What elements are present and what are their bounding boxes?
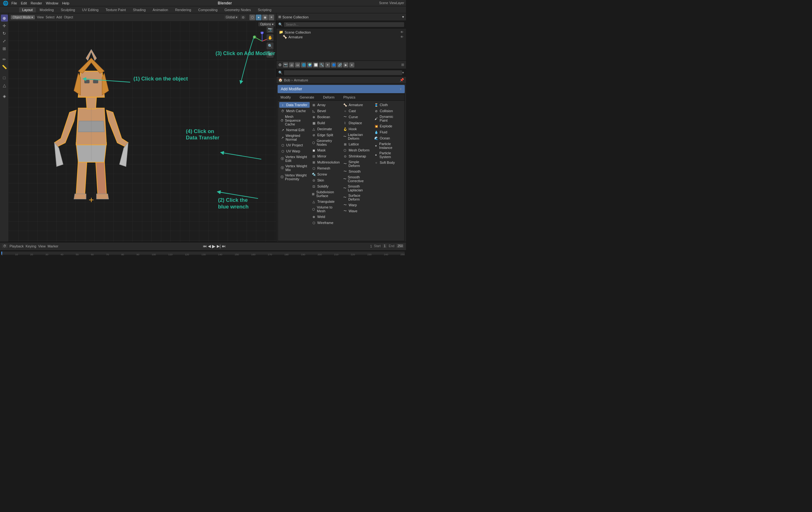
timeline-icon[interactable]: ⏱ xyxy=(2,244,8,248)
active-tool-icon[interactable]: ⚙ xyxy=(278,63,282,67)
modifier-cloth[interactable]: 🧵 Cloth xyxy=(373,102,403,108)
modifier-bevel[interactable]: ◺ Bevel xyxy=(310,108,341,114)
solid-mode[interactable]: ● xyxy=(256,14,261,20)
menu-window[interactable]: Window xyxy=(45,1,60,5)
modifier-shrinkwrap[interactable]: ⊙ Shrinkwrap xyxy=(342,153,372,159)
props-filter-icon[interactable]: ▾ xyxy=(402,71,404,75)
particles-props-icon[interactable]: ✦ xyxy=(325,62,330,67)
view-menu[interactable]: View xyxy=(37,16,44,19)
modifier-normal-edit[interactable]: ↗ Normal Edit xyxy=(279,127,310,133)
scene-props-icon[interactable]: 🌐 xyxy=(301,62,306,67)
modifier-mesh-sequence-cache[interactable]: ⏱ Mesh Sequence Cache xyxy=(279,114,310,127)
modifier-geometry-nodes[interactable]: ⬡ Geometry Nodes xyxy=(310,138,341,147)
camera-view-icon[interactable]: 📷 xyxy=(266,26,273,33)
object-mode-dropdown[interactable]: Object Mode ▾ xyxy=(11,15,35,19)
add-modifier-button[interactable]: Add Modifier ▾ xyxy=(278,85,405,93)
modifier-edge-split[interactable]: ⊘ Edge Split xyxy=(310,132,341,138)
modifier-explode[interactable]: 💥 Explode xyxy=(373,123,403,129)
modifier-wave[interactable]: 〜 Wave xyxy=(342,208,372,214)
breadcrumb-bob[interactable]: Bob xyxy=(284,78,290,82)
modifier-simple-deform[interactable]: 〜 Simple Deform xyxy=(342,159,372,168)
scale-tool[interactable]: ⤢ xyxy=(1,37,8,44)
modifier-smooth-laplacian[interactable]: 〜 Smooth Laplacian xyxy=(342,184,372,193)
modifier-remesh[interactable]: ⬡ Remesh xyxy=(310,165,341,171)
next-frame-btn[interactable]: ▶| xyxy=(217,244,221,248)
modifier-laplacian-deform[interactable]: 〜 Laplacian Deform xyxy=(342,132,372,141)
tab-compositing[interactable]: Compositing xyxy=(195,7,221,12)
armature-visibility-icon[interactable]: 👁 xyxy=(400,35,403,39)
cursor-tool[interactable]: ⊕ xyxy=(1,14,8,22)
outliner-search-input[interactable] xyxy=(284,22,404,27)
data-props-icon[interactable]: ▶ xyxy=(343,62,348,67)
modifier-ocean[interactable]: 🌊 Ocean xyxy=(373,135,403,141)
prev-frame-btn[interactable]: ◀ xyxy=(208,244,211,248)
modifier-curve[interactable]: 〜 Curve xyxy=(342,114,372,120)
outliner-filter-icon[interactable]: ▾ xyxy=(402,15,404,19)
modifier-hook[interactable]: 🪝 Hook xyxy=(342,126,372,132)
modifier-mesh-cache[interactable]: ⏱ Mesh Cache xyxy=(279,108,310,114)
modifier-mask[interactable]: ◼ Mask xyxy=(310,147,341,153)
tab-geometry-nodes[interactable]: Geometry Nodes xyxy=(221,7,254,12)
transform-tool[interactable]: ⊞ xyxy=(1,45,8,52)
modifier-armature[interactable]: 🦴 Armature xyxy=(342,102,372,108)
modifier-triangulate[interactable]: △ Triangulate xyxy=(310,199,341,204)
character-figure[interactable] xyxy=(40,39,142,203)
properties-search-input[interactable] xyxy=(284,70,402,75)
object-props-icon[interactable]: ⬜ xyxy=(313,62,318,67)
modifier-smooth[interactable]: 〜 Smooth xyxy=(342,169,372,174)
tab-shading[interactable]: Shading xyxy=(129,7,149,12)
modifier-dynamic-paint[interactable]: 🖌 Dynamic Paint xyxy=(373,114,403,123)
modifier-smooth-corrective[interactable]: 〜 Smooth Corrective xyxy=(342,175,372,183)
modifier-subdivision-surface[interactable]: ⊞ Subdivision Surface xyxy=(310,189,341,198)
modifier-multiresolution[interactable]: ⊞ Multiresolution xyxy=(310,159,341,165)
wireframe-mode[interactable]: ⬡ xyxy=(250,14,255,20)
modifier-soft-body[interactable]: ○ Soft Body xyxy=(373,160,403,165)
viewport-3d[interactable]: Object Mode ▾ View Select Add Object Glo… xyxy=(9,13,276,242)
modifier-solidify[interactable]: ⊡ Solidify xyxy=(310,183,341,189)
tab-uv-editing[interactable]: UV Editing xyxy=(79,7,102,12)
play-btn[interactable]: ▶ xyxy=(212,244,215,249)
add-menu[interactable]: Add xyxy=(56,16,62,19)
modifier-data-transfer[interactable]: ↕ Data Transfer xyxy=(279,102,310,108)
menu-help[interactable]: Help xyxy=(61,1,71,5)
breadcrumb-armature[interactable]: Armature xyxy=(294,78,308,82)
props-pin-icon[interactable]: 📌 xyxy=(400,78,404,82)
modifier-wireframe[interactable]: ⬡ Wireframe xyxy=(310,220,341,225)
modifier-vertex-weight-proximity[interactable]: Ⓥ Vertex Weight Proximity xyxy=(279,173,310,182)
tab-modeling[interactable]: Modeling xyxy=(36,7,57,12)
material-props-icon[interactable]: ● xyxy=(349,62,354,67)
physics-props-icon[interactable]: 🔵 xyxy=(331,62,336,67)
zoom-icon[interactable]: 🔍 xyxy=(266,42,273,50)
measure-tool[interactable]: 📏 xyxy=(1,63,8,70)
modifier-vertex-weight-edit[interactable]: Ⓥ Vertex Weight Edit xyxy=(279,154,310,163)
menu-edit[interactable]: Edit xyxy=(20,1,28,5)
outliner-item-scene[interactable]: 📁 Scene Collection 👁 xyxy=(278,30,405,34)
tab-rendering[interactable]: Rendering xyxy=(172,7,194,12)
global-dropdown[interactable]: Global ▾ xyxy=(224,15,239,19)
add-object-tool[interactable]: △ xyxy=(1,82,8,89)
render-props-icon[interactable]: 📷 xyxy=(283,62,288,67)
modifier-cast[interactable]: ○ Cast xyxy=(342,108,372,114)
marker-menu[interactable]: Marker xyxy=(48,244,58,248)
modifier-vertex-weight-mix[interactable]: Ⓥ Vertex Weight Mix xyxy=(279,163,310,172)
modifier-weighted-normal[interactable]: ↗ Weighted Normal xyxy=(279,133,310,142)
modifier-displace[interactable]: ⌇ Displace xyxy=(342,120,372,126)
modifier-uv-warp[interactable]: ⬡ UV Warp xyxy=(279,148,310,154)
output-props-icon[interactable]: 🖨 xyxy=(289,62,294,67)
menu-file[interactable]: File xyxy=(10,1,19,5)
tab-animation[interactable]: Animation xyxy=(150,7,171,12)
modifier-fluid[interactable]: 💧 Fluid xyxy=(373,129,403,135)
end-frame-input[interactable]: 250 xyxy=(396,244,404,248)
category-modify[interactable]: Modify xyxy=(279,95,292,100)
world-props-icon[interactable]: 🌍 xyxy=(307,62,312,67)
edit-tool[interactable]: ◈ xyxy=(1,92,8,99)
modifier-mesh-deform[interactable]: ⬡ Mesh Deform xyxy=(342,147,372,153)
modifier-uv-project[interactable]: ⬡ UV Project xyxy=(279,142,310,148)
modifier-props-icon[interactable]: 🔧 xyxy=(319,62,324,67)
view-layer-icon[interactable]: 🗂 xyxy=(295,62,300,67)
view-menu-timeline[interactable]: View xyxy=(38,244,46,248)
modifier-particle-instance[interactable]: ✦ Particle Instance xyxy=(373,141,403,150)
select-menu[interactable]: Select xyxy=(46,16,55,19)
modifier-warp[interactable]: 〜 Warp xyxy=(342,202,372,208)
jump-to-start-btn[interactable]: ⏮ xyxy=(203,244,207,248)
